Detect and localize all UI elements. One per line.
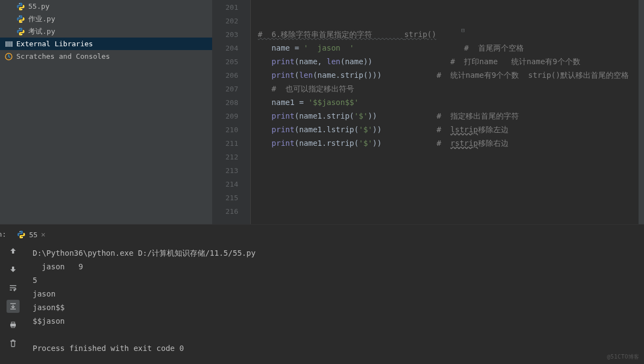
library-icon (4, 40, 13, 48)
svg-rect-7 (8, 41, 9, 47)
run-tab-label: 55 (29, 231, 38, 239)
project-tree[interactable]: 55.py 作业.py 考试.py External Libraries Scr… (0, 0, 212, 224)
tree-file-0[interactable]: 55.py (0, 0, 212, 13)
tree-file-label-2: 考试.py (28, 27, 55, 36)
svg-point-4 (19, 28, 20, 29)
tree-file-2[interactable]: 考试.py (0, 25, 212, 38)
print-icon[interactable] (7, 318, 20, 331)
python-file-icon (16, 2, 25, 11)
tree-scratches[interactable]: Scratches and Consoles (0, 50, 212, 63)
tree-external-libraries[interactable]: External Libraries (0, 38, 212, 50)
svg-rect-8 (9, 41, 11, 47)
svg-point-3 (22, 21, 22, 22)
svg-point-0 (19, 3, 20, 4)
tree-file-label-1: 作业.py (28, 14, 55, 24)
svg-rect-15 (11, 326, 15, 328)
svg-point-11 (20, 231, 20, 232)
external-libraries-label: External Libraries (16, 40, 93, 48)
soft-wrap-icon[interactable] (7, 281, 20, 294)
scratches-icon (4, 52, 13, 61)
tree-file-label-0: 55.py (28, 2, 49, 10)
tree-file-1[interactable]: 作业.py (0, 13, 212, 25)
up-arrow-icon[interactable] (7, 244, 20, 257)
svg-point-12 (22, 237, 23, 238)
python-file-icon (16, 15, 25, 23)
scratches-label: Scratches and Consoles (16, 52, 110, 60)
svg-rect-14 (11, 322, 15, 324)
run-toolbar (0, 225, 26, 362)
run-tab[interactable]: 55 × (13, 227, 49, 241)
watermark: @51CTO博客 (607, 353, 640, 361)
trash-icon[interactable] (7, 337, 20, 350)
svg-point-1 (22, 9, 22, 9)
svg-rect-9 (11, 41, 13, 47)
run-panel: D:\Python36\python.exe D:/计算机知识存储/11.5/5… (0, 224, 644, 362)
python-file-icon (17, 230, 26, 239)
close-icon[interactable]: × (41, 230, 45, 239)
svg-rect-6 (5, 41, 7, 47)
code-content[interactable]: # 6.移除字符串首尾指定的字符 strip() name = ' jason … (250, 0, 639, 224)
line-number-gutter: 2012022032042052062072082092102112122132… (212, 0, 250, 224)
svg-point-5 (22, 34, 22, 34)
run-panel-header: un: 55 × (0, 226, 50, 242)
code-editor[interactable]: 2012022032042052062072082092102112122132… (212, 0, 644, 224)
svg-point-2 (19, 16, 20, 16)
python-file-icon (16, 27, 25, 36)
editor-scrollbar[interactable] (639, 0, 644, 224)
scroll-to-end-icon[interactable] (7, 300, 20, 313)
console-output[interactable]: D:\Python36\python.exe D:/计算机知识存储/11.5/5… (26, 225, 644, 362)
run-label: un: (0, 230, 6, 238)
down-arrow-icon[interactable] (7, 263, 20, 276)
